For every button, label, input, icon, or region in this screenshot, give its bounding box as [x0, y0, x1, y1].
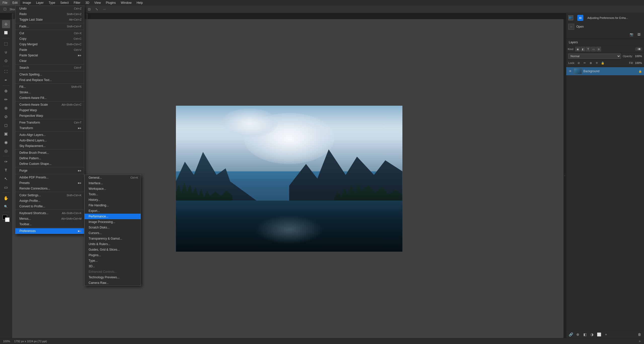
prefs-image-processing[interactable]: Image Processing... [85, 219, 141, 225]
tool-shape[interactable]: ▭ [2, 183, 10, 191]
menu-filter[interactable]: Filter [71, 0, 83, 6]
filter-adjust-btn[interactable]: ◧ [581, 47, 585, 51]
menu-item-perspective-warp[interactable]: Perspective Warp [15, 113, 84, 119]
menu-item-define-shape[interactable]: Define Custom Shape... [15, 161, 84, 167]
blend-mode-select[interactable]: Normal [568, 54, 621, 59]
more-options-btn[interactable]: ··· [101, 7, 107, 12]
tool-artboard[interactable]: ⬜ [2, 29, 10, 37]
menu-window[interactable]: Window [118, 0, 134, 6]
foreground-background-colors[interactable] [2, 214, 10, 222]
tool-type[interactable]: T [2, 166, 10, 174]
menu-3d[interactable]: 3D [83, 0, 92, 6]
panel-photo-icon-btn[interactable]: 🖼 [636, 31, 642, 37]
prefs-type[interactable]: Type... [85, 258, 141, 263]
fill-value[interactable]: 100% [635, 61, 642, 64]
filter-toggle[interactable] [635, 47, 642, 51]
tool-quick-select[interactable]: ⊙ [2, 57, 10, 65]
menu-item-color-settings[interactable]: Color Settings... Shift+Ctrl+K [15, 193, 84, 198]
tool-lasso[interactable]: ∪ [2, 48, 10, 56]
menu-image[interactable]: Image [20, 0, 33, 6]
menu-item-find-replace[interactable]: Find and Replace Text... [15, 77, 84, 83]
menu-item-content-aware-scale[interactable]: Content-Aware Scale Alt+Shift+Ctrl+C [15, 102, 84, 107]
filter-shape-btn[interactable]: ▭ [591, 47, 596, 51]
tool-blur[interactable]: ◉ [2, 138, 10, 146]
menu-item-redo[interactable]: Redo Shift+Ctrl+Z [15, 11, 84, 17]
menu-item-stroke[interactable]: Stroke... [15, 90, 84, 95]
menu-layer[interactable]: Layer [33, 0, 46, 6]
prefs-performance[interactable]: Performance... [85, 214, 141, 219]
layer-link-btn[interactable]: 🔗 [568, 332, 573, 337]
tool-crop[interactable]: ⛶ [2, 67, 10, 75]
tool-hand[interactable]: ✋ [2, 194, 10, 202]
menu-item-copy[interactable]: Copy Ctrl+C [15, 36, 84, 42]
prefs-technology-previews[interactable]: Technology Previews... [85, 275, 141, 280]
panel-camera-icon-btn[interactable]: 📷 [628, 31, 634, 37]
tool-rect-select[interactable]: ⬚ [2, 40, 10, 48]
lock-paint-btn[interactable]: ✏ [582, 61, 587, 65]
menu-item-check-spelling[interactable]: Check Spelling... [15, 72, 84, 77]
menu-item-toolbar[interactable]: Toolbar... [15, 221, 84, 227]
menu-view[interactable]: View [92, 0, 103, 6]
tool-path-select[interactable]: ↖ [2, 175, 10, 183]
tool-healing[interactable]: ⊕ [2, 87, 10, 95]
prefs-history[interactable]: History... [85, 197, 141, 203]
filter-smartobj-btn[interactable]: ⊞ [596, 47, 601, 51]
background-color[interactable] [5, 217, 10, 222]
menu-item-undo[interactable]: Undo Ctrl+Z [15, 6, 84, 11]
menu-item-menus[interactable]: Menus... Alt+Shift+Ctrl+M [15, 216, 84, 221]
menu-select[interactable]: Select [58, 0, 71, 6]
menu-type[interactable]: Type [46, 0, 58, 6]
menu-item-presets[interactable]: Presets ▶ [15, 180, 84, 186]
prefs-units-rulers[interactable]: Units & Rulers... [85, 241, 141, 247]
menu-item-auto-blend[interactable]: Auto-Blend Layers... [15, 138, 84, 143]
menu-item-keyboard-shortcuts[interactable]: Keyboard Shortcuts... Alt+Shift+Ctrl+K [15, 210, 84, 216]
menu-item-preferences[interactable]: Preferences ▶ [15, 228, 84, 234]
layer-adjustment-btn[interactable]: ◑ [589, 332, 594, 337]
prefs-interface[interactable]: Interface... [85, 180, 141, 186]
layer-delete-btn[interactable]: 🗑 [637, 332, 642, 337]
tool-zoom[interactable]: 🔍 [2, 203, 10, 211]
menu-item-transform[interactable]: Transform ▶ [15, 125, 84, 131]
menu-item-remote-connections[interactable]: Remote Connections... [15, 186, 84, 191]
menu-help[interactable]: Help [134, 0, 145, 6]
tool-brush[interactable]: ✏ [2, 95, 10, 103]
menu-item-clear[interactable]: Clear [15, 58, 84, 64]
menu-item-cut[interactable]: Cut Ctrl+X [15, 30, 84, 36]
menu-item-fill[interactable]: Fill... Shift+F5 [15, 84, 84, 90]
menu-plugins[interactable]: Plugins [103, 0, 118, 6]
tool-eraser[interactable]: ◻ [2, 121, 10, 129]
lock-all-btn[interactable]: 🔒 [600, 61, 605, 65]
prefs-camera-raw[interactable]: Camera Raw... [85, 280, 141, 286]
layer-effects-btn[interactable]: ⊕ [575, 332, 580, 337]
menu-item-adobe-pdf[interactable]: Adobe PDF Presets... [15, 175, 84, 180]
transform-controls-checkbox[interactable]: ☐ [2, 7, 8, 12]
3d-slide-btn[interactable]: ⊡ [86, 7, 92, 12]
lock-artboard-btn[interactable]: ⊕ [588, 61, 593, 65]
menu-file[interactable]: File [0, 0, 10, 6]
tool-eyedropper[interactable]: ✒ [2, 76, 10, 84]
prefs-3d[interactable]: 3D... [85, 263, 141, 269]
3d-scale-btn[interactable]: ⤡ [94, 7, 100, 12]
prefs-general[interactable]: General... Ctrl+K [85, 175, 141, 180]
panel-collapse-btn[interactable]: ‹ [563, 13, 566, 338]
layer-mask-btn[interactable]: ◧ [582, 332, 587, 337]
prefs-plugins[interactable]: Plugins... [85, 252, 141, 258]
layer-new-btn[interactable]: + [603, 332, 609, 337]
menu-item-paste[interactable]: Paste Ctrl+V [15, 47, 84, 53]
prefs-export[interactable]: Export... [85, 208, 141, 214]
lock-position-btn[interactable]: ✛ [594, 61, 599, 65]
tool-clone[interactable]: ⊗ [2, 104, 10, 112]
prefs-tools[interactable]: Tools... [85, 192, 141, 197]
prefs-cursors[interactable]: Cursors... [85, 230, 141, 236]
prefs-file-handling[interactable]: File Handling... [85, 203, 141, 208]
layer-group-btn[interactable]: ⬜ [596, 332, 601, 337]
menu-item-sky-replacement[interactable]: Sky Replacement... [15, 143, 84, 149]
tool-gradient[interactable]: ▣ [2, 130, 10, 138]
opacity-value[interactable]: 100% [635, 55, 642, 58]
menu-item-content-aware-fill[interactable]: Content-Aware Fill... [15, 95, 84, 101]
filter-pixel-btn[interactable]: ▣ [575, 47, 580, 51]
prefs-workspace[interactable]: Workspace... [85, 186, 141, 192]
menu-item-copy-merged[interactable]: Copy Merged Shift+Ctrl+C [15, 42, 84, 47]
tool-move[interactable]: ✛ [2, 20, 10, 28]
prefs-scratch-disks[interactable]: Scratch Disks... [85, 225, 141, 230]
